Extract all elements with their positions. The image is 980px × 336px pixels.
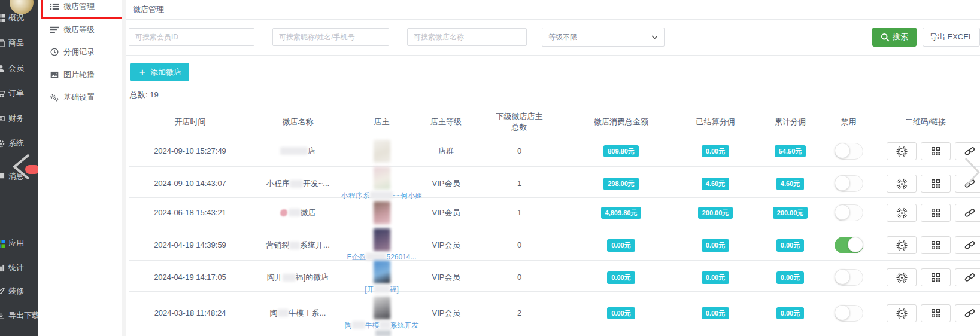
- sidebar-item-10[interactable]: 装修: [0, 286, 38, 297]
- redacted-blur: [280, 147, 308, 155]
- table-row: 2024-04-19 14:17:05陶开福]的微店[开福]VIP会员00.00…: [129, 261, 980, 292]
- link-button[interactable]: [955, 236, 980, 254]
- store-owner-avatar[interactable]: [374, 140, 390, 163]
- submenu-item-1[interactable]: 微店管理: [38, 1, 122, 11]
- qrcode-button[interactable]: [921, 204, 951, 222]
- sidebar-item-4[interactable]: 订单: [0, 88, 38, 99]
- sidebar-item-3[interactable]: 会员: [0, 63, 38, 74]
- submenu-item-4[interactable]: 图片轮播: [38, 69, 122, 80]
- sidebar-item-9[interactable]: 统计: [0, 262, 38, 273]
- accumulated-commission-badge: 0.00元: [776, 271, 804, 284]
- qrcode-button[interactable]: [921, 268, 951, 286]
- page-title: 微店管理: [133, 4, 164, 15]
- miniprogram-code-button[interactable]: [887, 236, 917, 254]
- submenu-item-label: 基础设置: [63, 92, 95, 103]
- total-count-line: 总数: 19: [130, 90, 980, 100]
- disable-toggle[interactable]: [835, 204, 863, 221]
- table-row: 2024-03-18 11:48:24陶牛模王系...陶牛模系统开发VIP会员2…: [129, 292, 980, 335]
- submenu-item-5[interactable]: 基础设置: [38, 92, 122, 102]
- submenu-item-label: 微店管理: [63, 1, 95, 12]
- sidebar-item-11[interactable]: 导出下载: [0, 310, 38, 321]
- disable-toggle[interactable]: [835, 143, 863, 160]
- sidebar-item-label: 会员: [8, 63, 24, 74]
- miniprogram-code-button[interactable]: [887, 204, 917, 222]
- settled-commission-badge: 0.00元: [702, 307, 729, 320]
- submenu-item-2[interactable]: 微店等级: [38, 25, 122, 35]
- store-table: 开店时间微店名称店主店主等级下级微店店主总数微店消费总金额已结算分佣累计分佣禁用…: [129, 108, 980, 335]
- cell-open-time: 2024-09-10 14:43:07: [129, 178, 251, 189]
- text-fragment: 系统开发: [390, 321, 419, 329]
- miniprogram-code-button[interactable]: [887, 175, 917, 193]
- cell-store-name: 微店: [251, 207, 344, 218]
- sidebar-item-1[interactable]: 概况: [0, 13, 38, 23]
- store-owner-avatar[interactable]: [374, 297, 390, 319]
- image-icon: [50, 70, 59, 79]
- sidebar-item-5[interactable]: 财务: [0, 113, 38, 124]
- settled-commission-badge: 4.60元: [702, 178, 729, 190]
- cell-disable: [826, 237, 871, 253]
- store-name-input[interactable]: [407, 28, 527, 46]
- burst-icon: [896, 240, 908, 251]
- qrcode-button[interactable]: [921, 236, 951, 254]
- link-button[interactable]: [955, 204, 980, 222]
- level-select[interactable]: 等级不限: [542, 28, 665, 47]
- cell-store-owner: [开福]: [344, 261, 419, 294]
- disable-toggle[interactable]: [835, 305, 863, 322]
- cell-accumulated-commission: 0.00元: [754, 271, 826, 284]
- column-header: 禁用: [826, 117, 871, 127]
- cell-store-owner: [344, 140, 419, 163]
- qrcode-button[interactable]: [921, 175, 951, 193]
- submenu-item-3[interactable]: 分佣记录: [38, 47, 122, 57]
- cell-open-time: 2024-04-19 14:17:05: [129, 272, 251, 283]
- store-owner-nickname-link[interactable]: [开福]: [365, 285, 399, 294]
- sidebar-item-2[interactable]: 商品: [0, 38, 38, 48]
- disable-toggle[interactable]: [835, 175, 863, 192]
- miniprogram-code-button[interactable]: [887, 268, 917, 286]
- qrcode-button[interactable]: [921, 142, 951, 160]
- sidebar-item-6[interactable]: 系统: [0, 138, 38, 149]
- qr-icon: [931, 208, 940, 218]
- link-button[interactable]: [955, 268, 980, 286]
- link-button[interactable]: [955, 304, 980, 322]
- disable-toggle[interactable]: [835, 269, 863, 286]
- member-id-input[interactable]: [129, 28, 254, 46]
- sidebar-item-label: 系统: [8, 138, 24, 149]
- export-excel-button[interactable]: 导出 EXCEL: [923, 28, 980, 47]
- sidebar-item-label: 装修: [8, 286, 24, 297]
- system-icon: [0, 139, 5, 148]
- store-owner-avatar[interactable]: [374, 167, 390, 190]
- cell-settled-commission: 200.00元: [676, 207, 754, 219]
- goods-icon: [0, 39, 5, 48]
- store-owner-nickname-link[interactable]: 陶牛模系统开发: [345, 320, 419, 330]
- next-row-avatar-partial: [375, 330, 391, 336]
- column-header: 微店消费总金额: [566, 117, 676, 127]
- store-owner-avatar[interactable]: [374, 261, 390, 283]
- cell-open-time: 2024-09-10 15:27:49: [129, 146, 251, 157]
- nickname-input[interactable]: [272, 28, 389, 46]
- messages-icon: [0, 172, 5, 181]
- redacted-blur: [370, 191, 393, 199]
- toggle-knob: [835, 204, 850, 220]
- store-owner-nickname-link[interactable]: 小程序系~~何小姐: [341, 191, 423, 200]
- miniprogram-code-button[interactable]: [887, 142, 917, 160]
- download-icon: [0, 311, 5, 320]
- link-icon: [964, 308, 975, 319]
- search-button[interactable]: 搜索: [872, 28, 917, 47]
- qrcode-button[interactable]: [921, 304, 951, 322]
- total-amount-badge: 298.00元: [603, 178, 639, 190]
- cell-store-name: 陶牛模王系...: [251, 308, 344, 319]
- store-owner-avatar[interactable]: [374, 228, 390, 251]
- sidebar-item-8[interactable]: 应用: [0, 238, 38, 249]
- miniprogram-code-button[interactable]: [887, 304, 917, 322]
- cell-owner-level: VIP会员: [419, 308, 473, 319]
- total-amount-badge: 4,809.80元: [601, 207, 642, 219]
- add-store-button[interactable]: ＋ 添加微店: [130, 63, 189, 81]
- cell-disable: [826, 204, 871, 221]
- cell-total-amount: 298.00元: [566, 178, 676, 190]
- store-owner-avatar[interactable]: [374, 201, 390, 224]
- cell-qrcode-links: [871, 268, 980, 286]
- disable-toggle[interactable]: [835, 237, 863, 253]
- cell-total-amount: 0.00元: [566, 239, 676, 252]
- table-row: 2024-09-10 14:43:07小程序开发~...小程序系~~何小姐VIP…: [129, 167, 980, 198]
- cell-settled-commission: 0.00元: [676, 271, 754, 284]
